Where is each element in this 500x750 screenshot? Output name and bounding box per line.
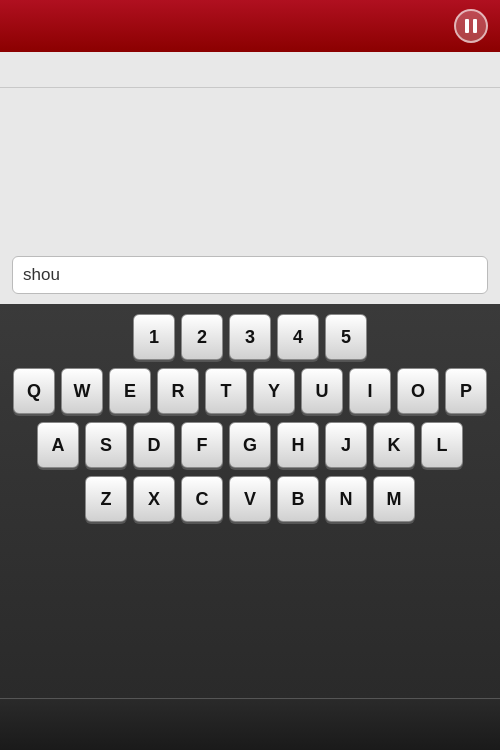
key-2[interactable]: 2: [181, 314, 223, 360]
key-a[interactable]: A: [37, 422, 79, 468]
key-1[interactable]: 1: [133, 314, 175, 360]
key-w[interactable]: W: [61, 368, 103, 414]
key-b[interactable]: B: [277, 476, 319, 522]
keyboard-row-asdf: ASDFGHJKL: [6, 422, 494, 468]
key-p[interactable]: P: [445, 368, 487, 414]
tab-bar: [0, 698, 500, 750]
key-d[interactable]: D: [133, 422, 175, 468]
key-g[interactable]: G: [229, 422, 271, 468]
answer-input[interactable]: [12, 256, 488, 294]
key-q[interactable]: Q: [13, 368, 55, 414]
key-i[interactable]: I: [349, 368, 391, 414]
key-o[interactable]: O: [397, 368, 439, 414]
stats-bar: [0, 52, 500, 88]
key-e[interactable]: E: [109, 368, 151, 414]
character-area: [0, 88, 500, 248]
pause-icon: [465, 19, 477, 33]
key-l[interactable]: L: [421, 422, 463, 468]
key-3[interactable]: 3: [229, 314, 271, 360]
key-s[interactable]: S: [85, 422, 127, 468]
key-4[interactable]: 4: [277, 314, 319, 360]
key-h[interactable]: H: [277, 422, 319, 468]
key-5[interactable]: 5: [325, 314, 367, 360]
key-m[interactable]: M: [373, 476, 415, 522]
key-y[interactable]: Y: [253, 368, 295, 414]
key-c[interactable]: C: [181, 476, 223, 522]
key-r[interactable]: R: [157, 368, 199, 414]
key-n[interactable]: N: [325, 476, 367, 522]
key-j[interactable]: J: [325, 422, 367, 468]
keyboard-row-qwerty: QWERTYUIOP: [6, 368, 494, 414]
keyboard-row-zxcv: ZXCVBNM: [6, 476, 494, 522]
key-t[interactable]: T: [205, 368, 247, 414]
key-v[interactable]: V: [229, 476, 271, 522]
header: [0, 0, 500, 52]
key-f[interactable]: F: [181, 422, 223, 468]
input-area: [0, 248, 500, 304]
key-z[interactable]: Z: [85, 476, 127, 522]
keyboard-area: 12345 QWERTYUIOP ASDFGHJKL ZXCVBNM: [0, 304, 500, 698]
key-u[interactable]: U: [301, 368, 343, 414]
key-x[interactable]: X: [133, 476, 175, 522]
pause-button[interactable]: [454, 9, 488, 43]
keyboard-row-numbers: 12345: [6, 314, 494, 360]
key-k[interactable]: K: [373, 422, 415, 468]
